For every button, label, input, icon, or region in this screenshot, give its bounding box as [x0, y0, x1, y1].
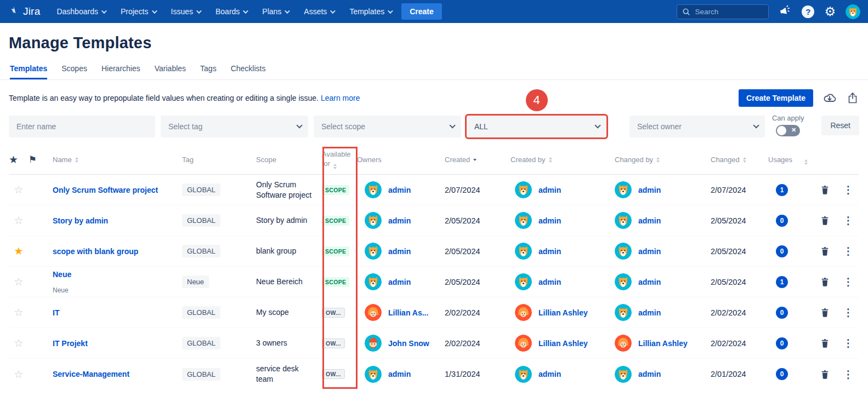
star-toggle[interactable]: ☆ — [9, 368, 29, 381]
changed-by-link[interactable]: admin — [638, 308, 661, 317]
chevron-down-icon — [101, 8, 107, 14]
delete-button[interactable] — [812, 338, 837, 348]
filter-name-input[interactable] — [9, 116, 155, 137]
nav-item-templates[interactable]: Templates — [349, 7, 392, 16]
delete-button[interactable] — [812, 185, 837, 195]
search-box[interactable] — [677, 4, 769, 19]
created-by-link[interactable]: admin — [538, 216, 561, 225]
changed-by-link[interactable]: admin — [638, 278, 661, 286]
star-toggle[interactable]: ★ — [9, 245, 29, 257]
changed-by-link[interactable]: admin — [638, 370, 661, 378]
filter-scope-select[interactable]: Select scope — [314, 116, 461, 137]
nav-item-dashboards[interactable]: Dashboards — [56, 7, 105, 16]
column-header-changed_by[interactable]: Changed by — [615, 156, 711, 164]
nav-item-projects[interactable]: Projects — [121, 7, 156, 16]
tab-variables[interactable]: Variables — [155, 64, 186, 79]
changed-by-link[interactable]: admin — [638, 216, 661, 225]
owner-link[interactable]: admin — [388, 186, 411, 194]
row-menu-button[interactable]: ⋮ — [837, 368, 859, 381]
changed-by-link[interactable]: admin — [638, 247, 661, 256]
delete-button[interactable] — [812, 246, 837, 256]
changed-by-link[interactable]: admin — [638, 186, 661, 194]
created-by-link[interactable]: Lillian Ashley — [538, 339, 588, 348]
avatar — [615, 243, 632, 260]
filter-tag-select[interactable]: Select tag — [161, 116, 308, 137]
tab-templates[interactable]: Templates — [10, 64, 47, 79]
column-header-created[interactable]: Created — [445, 156, 510, 164]
usages-badge: 0 — [776, 307, 788, 319]
owner-link[interactable]: John Snow — [388, 339, 429, 348]
template-name-link[interactable]: IT — [53, 308, 59, 317]
user-avatar[interactable] — [846, 4, 860, 19]
owner-link[interactable]: admin — [388, 278, 411, 286]
jira-logo[interactable]: Jira — [8, 5, 40, 18]
tab-tags[interactable]: Tags — [200, 64, 217, 79]
owner-link[interactable]: Lillian As... — [388, 308, 428, 317]
star-toggle[interactable]: ☆ — [9, 275, 29, 288]
created-by-link[interactable]: admin — [538, 370, 561, 378]
nav-item-issues[interactable]: Issues — [171, 7, 200, 16]
template-name-link[interactable]: Only Scrum Software project — [53, 186, 158, 194]
delete-button[interactable] — [812, 277, 837, 287]
owner-link[interactable]: admin — [388, 370, 411, 378]
sort-icon[interactable] — [549, 157, 552, 163]
nav-item-plans[interactable]: Plans — [262, 7, 288, 16]
template-name-link[interactable]: scope with blank group — [53, 247, 138, 256]
template-name-link[interactable]: Service-Management — [53, 370, 129, 378]
column-header-name[interactable]: Name — [53, 156, 182, 164]
column-header-usages[interactable]: Usages — [768, 155, 812, 165]
row-menu-button[interactable]: ⋮ — [837, 245, 859, 257]
created-by-link[interactable]: Lillian Ashley — [538, 308, 588, 317]
template-name-link[interactable]: Story by admin — [53, 216, 108, 225]
row-menu-button[interactable]: ⋮ — [837, 275, 859, 288]
import-cloud-icon[interactable] — [822, 91, 837, 105]
row-menu-button[interactable]: ⋮ — [837, 306, 859, 319]
sort-desc-icon[interactable] — [473, 159, 476, 161]
filter-available-for-select[interactable]: 4 ALL — [467, 116, 606, 137]
delete-button[interactable] — [812, 215, 837, 226]
settings-gear-icon[interactable]: ⚙ — [824, 5, 836, 18]
column-header-available_for[interactable]: Availablefor — [322, 150, 357, 169]
changed-by-link[interactable]: Lillian Ashley — [638, 339, 688, 348]
help-icon[interactable]: ? — [802, 5, 814, 18]
nav-item-boards[interactable]: Boards — [215, 7, 247, 16]
owner-link[interactable]: admin — [388, 216, 411, 225]
can-apply-toggle[interactable]: ✕ — [776, 125, 800, 136]
column-header-created_by[interactable]: Created by — [510, 156, 615, 164]
owner-link[interactable]: admin — [388, 247, 411, 256]
create-button[interactable]: Create — [401, 3, 442, 20]
delete-button[interactable] — [812, 307, 837, 318]
template-name-link[interactable]: IT Projekt — [53, 339, 88, 348]
star-toggle[interactable]: ☆ — [9, 183, 29, 196]
created-by-link[interactable]: admin — [538, 186, 561, 194]
sort-icon[interactable] — [743, 157, 746, 163]
search-input[interactable] — [695, 8, 761, 16]
tab-hierarchies[interactable]: Hierarchies — [101, 64, 140, 79]
sort-icon[interactable] — [656, 157, 660, 163]
column-header-changed[interactable]: Changed — [711, 156, 768, 164]
export-icon[interactable] — [846, 91, 859, 105]
template-name-link[interactable]: Neue — [53, 270, 71, 279]
star-toggle[interactable]: ☆ — [9, 214, 29, 227]
tab-scopes[interactable]: Scopes — [61, 64, 87, 79]
created-by-link[interactable]: admin — [538, 278, 561, 286]
sort-icon[interactable] — [804, 159, 808, 165]
announcement-icon[interactable] — [779, 5, 792, 18]
sort-icon[interactable] — [75, 157, 78, 163]
name-cell: IT Projekt — [53, 339, 182, 348]
row-menu-button[interactable]: ⋮ — [837, 183, 859, 196]
star-toggle[interactable]: ☆ — [9, 306, 29, 319]
nav-item-assets[interactable]: Assets — [304, 7, 334, 16]
created-by-link[interactable]: admin — [538, 247, 561, 256]
delete-button[interactable] — [812, 369, 837, 380]
tab-checklists[interactable]: Checklists — [231, 64, 266, 79]
filter-owner-select[interactable]: Select owner — [629, 116, 765, 137]
create-template-button[interactable]: Create Template — [739, 89, 813, 107]
row-menu-button[interactable]: ⋮ — [837, 214, 859, 227]
learn-more-link[interactable]: Learn more — [321, 94, 360, 102]
star-toggle[interactable]: ☆ — [9, 337, 29, 349]
sort-icon[interactable] — [333, 164, 337, 169]
reset-button[interactable]: Reset — [821, 116, 859, 135]
row-menu-button[interactable]: ⋮ — [837, 337, 859, 349]
table-row: ☆ IT GLOBAL My scope OW... Lillian As...… — [9, 297, 859, 328]
